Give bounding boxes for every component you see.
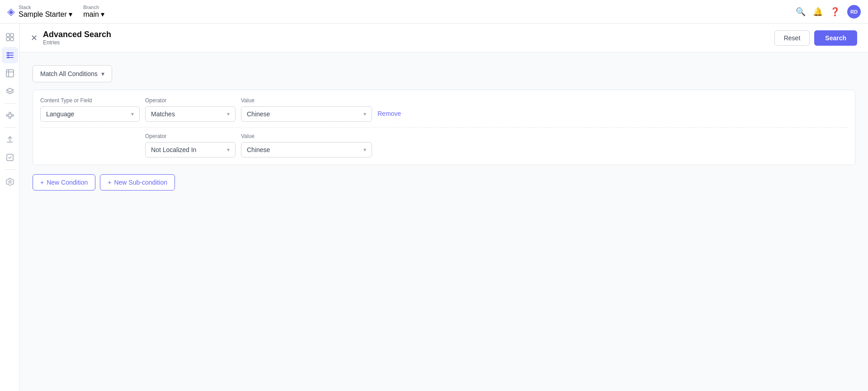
conditions-wrapper: Content Type or Field Language ▾ Operato… — [33, 90, 855, 165]
content-area: ✕ Advanced Search Entries Reset Search M… — [20, 24, 868, 391]
svg-point-8 — [7, 54, 9, 56]
operator-value-1: Matches — [151, 110, 175, 118]
sidebar-item-deploy[interactable] — [2, 131, 18, 148]
svg-line-19 — [8, 116, 9, 117]
sidebar-item-list[interactable] — [2, 47, 18, 63]
new-condition-button[interactable]: + New Condition — [33, 174, 95, 191]
operator-label-2: Operator — [145, 133, 236, 139]
operator-chevron-icon-2: ▾ — [227, 147, 230, 153]
value-select-1[interactable]: Chinese ▾ — [241, 106, 372, 122]
value-label-1: Value — [241, 97, 372, 104]
value-col-1: Value Chinese ▾ — [241, 97, 372, 122]
bell-icon[interactable]: 🔔 — [813, 7, 823, 17]
close-button[interactable]: ✕ — [31, 33, 38, 43]
svg-rect-2 — [6, 38, 9, 41]
operator-label-1: Operator — [145, 97, 236, 104]
search-icon[interactable]: 🔍 — [796, 7, 806, 17]
svg-line-18 — [11, 114, 12, 115]
svg-point-15 — [12, 114, 14, 116]
search-body: Match All Conditions ▾ Content Type or F… — [20, 52, 868, 391]
value-chevron-icon-2: ▾ — [363, 147, 366, 153]
page-subtitle: Entries — [43, 39, 111, 46]
header-title-block: Advanced Search Entries — [43, 30, 111, 46]
stack-name[interactable]: Sample Starter ▾ — [19, 10, 72, 19]
value-col-2: Value Chinese ▾ — [241, 133, 372, 157]
stack-label: Stack — [19, 5, 72, 10]
svg-point-7 — [7, 52, 9, 54]
operator-col-2: Operator Not Localized In ▾ — [145, 133, 236, 157]
operator-value-2: Not Localized In — [151, 146, 196, 153]
reset-button[interactable]: Reset — [774, 30, 810, 46]
stack-info: Stack Sample Starter ▾ — [19, 5, 72, 19]
content-type-value: Language — [46, 110, 74, 118]
branch-name[interactable]: main ▾ — [83, 10, 104, 19]
operator-select-2[interactable]: Not Localized In ▾ — [145, 142, 236, 157]
sidebar-divider-1 — [5, 103, 15, 104]
match-header: Match All Conditions ▾ — [33, 65, 855, 90]
content-type-select[interactable]: Language ▾ — [40, 106, 140, 122]
svg-rect-0 — [6, 33, 9, 37]
match-all-dropdown[interactable]: Match All Conditions ▾ — [33, 65, 112, 82]
sidebar-item-fields[interactable] — [2, 65, 18, 81]
svg-point-13 — [6, 114, 8, 116]
content-type-label: Content Type or Field — [40, 97, 140, 104]
svg-rect-3 — [10, 38, 14, 41]
remove-button[interactable]: Remove — [377, 110, 401, 117]
new-condition-plus-icon: + — [40, 179, 44, 186]
operator-chevron-icon-1: ▾ — [227, 111, 230, 117]
new-sub-condition-label: New Sub-condition — [114, 179, 167, 186]
sub-condition-row: Operator Not Localized In ▾ Value Chines… — [40, 127, 848, 157]
header-left: ✕ Advanced Search Entries — [31, 30, 111, 46]
avatar[interactable]: RD — [847, 5, 861, 19]
condition-row-1: Content Type or Field Language ▾ Operato… — [40, 97, 848, 122]
match-dropdown-chevron-icon: ▾ — [101, 70, 104, 77]
match-dropdown-label: Match All Conditions — [40, 70, 98, 77]
help-icon[interactable]: ❓ — [830, 7, 840, 17]
sidebar — [0, 24, 20, 391]
branch-info: Branch main ▾ — [83, 5, 104, 19]
nav-right: 🔍 🔔 ❓ RD — [796, 5, 861, 19]
value-chevron-icon-1: ▾ — [363, 111, 366, 117]
new-sub-condition-button[interactable]: + New Sub-condition — [100, 174, 175, 191]
value-value-1: Chinese — [247, 110, 270, 118]
stack-chevron-icon: ▾ — [69, 10, 72, 18]
svg-point-9 — [7, 57, 9, 58]
header-actions: Reset Search — [774, 30, 857, 46]
operator-select-1[interactable]: Matches ▾ — [145, 106, 236, 122]
branch-label: Branch — [83, 5, 104, 10]
svg-point-22 — [9, 181, 11, 183]
sidebar-item-tasks[interactable] — [2, 149, 18, 166]
sidebar-item-layers[interactable] — [2, 83, 18, 100]
sidebar-item-settings[interactable] — [2, 173, 18, 190]
content-type-col: Content Type or Field Language ▾ — [40, 97, 140, 122]
sidebar-item-connections[interactable] — [2, 107, 18, 124]
page-title: Advanced Search — [43, 30, 111, 39]
svg-point-16 — [9, 117, 11, 119]
svg-point-14 — [9, 112, 11, 114]
bottom-buttons: + New Condition + New Sub-condition — [33, 174, 855, 191]
value-label-2: Value — [241, 133, 372, 139]
svg-line-17 — [8, 114, 9, 115]
nav-left: ◈ Stack Sample Starter ▾ Branch main ▾ — [7, 5, 104, 19]
svg-line-20 — [11, 116, 12, 117]
header-bar: ✕ Advanced Search Entries Reset Search — [20, 24, 868, 52]
remove-col: Remove — [377, 97, 401, 117]
sidebar-divider-2 — [5, 127, 15, 128]
sidebar-divider-3 — [5, 169, 15, 170]
content-type-chevron-icon: ▾ — [131, 111, 134, 117]
main-layout: ✕ Advanced Search Entries Reset Search M… — [0, 24, 868, 391]
sidebar-item-dashboard[interactable] — [2, 29, 18, 45]
top-nav: ◈ Stack Sample Starter ▾ Branch main ▾ 🔍… — [0, 0, 868, 24]
new-condition-label: New Condition — [47, 179, 88, 186]
value-select-2[interactable]: Chinese ▾ — [241, 142, 372, 157]
search-button[interactable]: Search — [814, 30, 857, 46]
operator-col-1: Operator Matches ▾ — [145, 97, 236, 122]
new-sub-condition-plus-icon: + — [108, 179, 111, 186]
svg-rect-1 — [10, 33, 14, 37]
logo-icon[interactable]: ◈ — [7, 6, 15, 18]
value-value-2: Chinese — [247, 146, 270, 153]
svg-rect-10 — [6, 70, 14, 77]
branch-chevron-icon: ▾ — [101, 10, 104, 18]
